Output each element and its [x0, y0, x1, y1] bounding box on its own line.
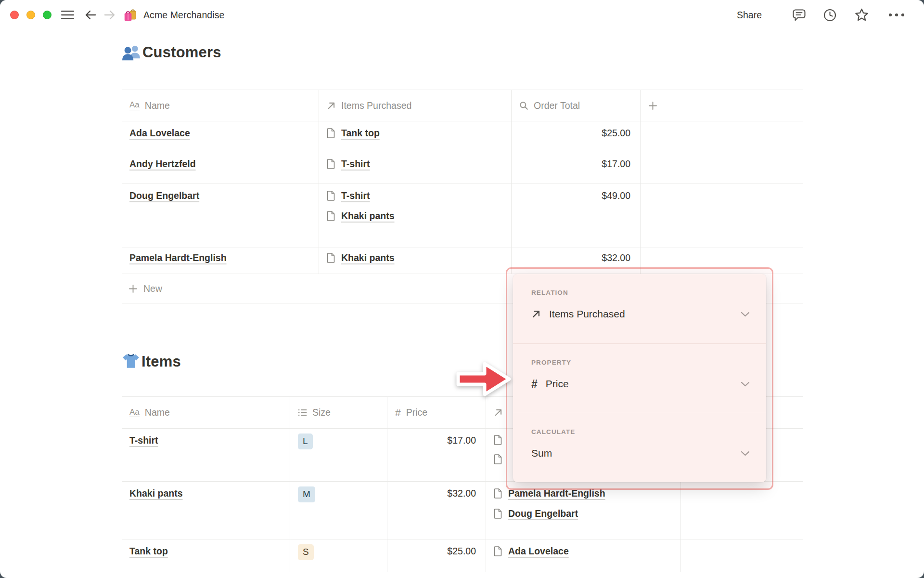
page-link[interactable]: Ada Lovelace — [129, 128, 190, 138]
page-icon — [494, 435, 502, 445]
page-link[interactable]: Pamela Hardt-English — [129, 252, 227, 263]
property-label: PROPERTY — [531, 359, 750, 366]
zoom-window-button[interactable] — [43, 11, 51, 19]
page-link[interactable]: Ada Lovelace — [508, 546, 569, 557]
more-ellipsis-icon — [888, 13, 905, 17]
item-name-cell[interactable]: Khaki pants — [122, 482, 290, 539]
relation-arrow-icon — [327, 101, 336, 110]
empty-cell — [681, 482, 803, 539]
share-button[interactable]: Share — [737, 0, 762, 30]
order-total-cell[interactable]: $25.00 — [512, 121, 641, 152]
back-button[interactable] — [84, 0, 97, 30]
item-name-cell[interactable]: Tank top — [122, 539, 290, 572]
popup-section-property: PROPERTY # Price — [513, 343, 766, 413]
favorite-button[interactable] — [851, 0, 872, 30]
items-title-text: Items — [141, 353, 181, 370]
items-column-header-size[interactable]: Size — [290, 396, 387, 429]
order-total-cell[interactable]: $17.00 — [512, 152, 641, 184]
empty-cell — [641, 121, 803, 152]
item-size-cell[interactable]: M — [290, 482, 387, 539]
comments-icon — [793, 9, 806, 21]
items-purchased-cell[interactable]: Tank top — [319, 121, 512, 152]
annotation-arrow — [453, 357, 513, 403]
page-link[interactable]: Khaki pants — [129, 488, 183, 499]
page-icon — [494, 546, 502, 556]
rollup-config-popup: RELATION Items Purchased PROPERTY # Pric… — [513, 274, 766, 482]
customer-name-cell[interactable]: Pamela Hardt-English — [122, 248, 319, 274]
size-tag[interactable]: M — [298, 486, 315, 502]
window-controls — [10, 11, 51, 19]
customer-name-cell[interactable]: Doug Engelbart — [122, 184, 319, 248]
minimize-window-button[interactable] — [26, 11, 35, 19]
customers-section-title: Customers — [122, 43, 221, 61]
calculate-dropdown[interactable]: Sum — [531, 447, 750, 459]
item-price-cell[interactable]: $17.00 — [387, 429, 486, 482]
page-link[interactable]: T-shirt — [129, 435, 158, 446]
shopping-bags-icon — [123, 7, 138, 23]
chevron-down-icon — [741, 451, 750, 456]
customers-column-header-name[interactable]: Aa Name — [122, 90, 319, 121]
property-dropdown[interactable]: # Price — [531, 378, 750, 390]
page-link[interactable]: Andy Hertzfeld — [129, 158, 196, 169]
order-total-cell[interactable]: $49.00 — [512, 184, 641, 248]
customers-add-column-button[interactable] — [641, 90, 803, 121]
chevron-down-icon — [741, 381, 750, 387]
size-tag[interactable]: S — [298, 544, 314, 560]
forward-arrow-icon — [103, 9, 116, 21]
history-button[interactable] — [819, 0, 840, 30]
customer-name-cell[interactable]: Ada Lovelace — [122, 121, 319, 152]
items-purchased-cell[interactable]: T-shirt — [319, 152, 512, 184]
item-purchased-by-cell[interactable]: Pamela Hardt-English Doug Engelbart — [486, 482, 681, 539]
sidebar-menu-button[interactable] — [60, 0, 75, 30]
column-label: Name — [145, 100, 170, 111]
customer-name-cell[interactable]: Andy Hertzfeld — [122, 152, 319, 184]
item-size-cell[interactable]: S — [290, 539, 387, 572]
relation-arrow-icon — [494, 408, 503, 417]
page-icon — [494, 454, 502, 464]
relation-dropdown[interactable]: Items Purchased — [531, 308, 750, 320]
page-icon — [494, 488, 502, 499]
comments-button[interactable] — [788, 0, 809, 30]
page-icon — [327, 159, 335, 169]
page-link[interactable]: Khaki pants — [341, 210, 395, 222]
page-link[interactable]: T-shirt — [341, 158, 370, 170]
column-label: Items Purchased — [341, 100, 411, 111]
page-link[interactable]: T-shirt — [341, 190, 370, 201]
item-size-cell[interactable]: L — [290, 429, 387, 482]
page-icon — [327, 253, 335, 263]
item-price-cell[interactable]: $32.00 — [387, 482, 486, 539]
page-link[interactable]: Tank top — [341, 128, 380, 139]
page-link[interactable]: Khaki pants — [341, 252, 395, 263]
customers-column-header-order-total[interactable]: Order Total — [512, 90, 641, 121]
customers-table: Aa Name Items Purchased Order Total Ada … — [122, 90, 803, 274]
page-icon — [327, 211, 335, 221]
page-link[interactable]: Doug Engelbart — [508, 508, 578, 519]
text-property-icon: Aa — [129, 408, 140, 418]
page-link[interactable]: Doug Engelbart — [129, 190, 199, 201]
text-property-icon: Aa — [129, 101, 140, 110]
item-price-cell[interactable]: $25.00 — [387, 539, 486, 572]
size-tag[interactable]: L — [298, 434, 313, 449]
document-title: Acme Merchandise — [143, 10, 225, 21]
chevron-down-icon — [741, 312, 750, 317]
more-options-button[interactable] — [885, 0, 909, 30]
rollup-magnifier-icon — [519, 101, 528, 110]
red-right-arrow-icon — [453, 357, 513, 401]
page-icon — [494, 509, 502, 519]
items-column-header-name[interactable]: Aa Name — [122, 396, 290, 429]
page-icon — [327, 191, 335, 201]
page-icon — [327, 128, 335, 138]
relation-label: RELATION — [531, 289, 750, 296]
forward-button[interactable] — [103, 0, 116, 30]
history-clock-icon — [823, 9, 836, 22]
items-purchased-cell[interactable]: T-shirt Khaki pants — [319, 184, 512, 248]
item-name-cell[interactable]: T-shirt — [122, 429, 290, 482]
close-window-button[interactable] — [10, 11, 19, 19]
items-purchased-cell[interactable]: Khaki pants — [319, 248, 512, 274]
page-link[interactable]: Tank top — [129, 546, 168, 556]
items-section-title: Items — [122, 353, 181, 370]
document-title-button[interactable]: Acme Merchandise — [123, 0, 225, 30]
item-purchased-by-cell[interactable]: Ada Lovelace — [486, 539, 681, 572]
relation-arrow-icon — [531, 309, 541, 319]
customers-column-header-items-purchased[interactable]: Items Purchased — [319, 90, 512, 121]
